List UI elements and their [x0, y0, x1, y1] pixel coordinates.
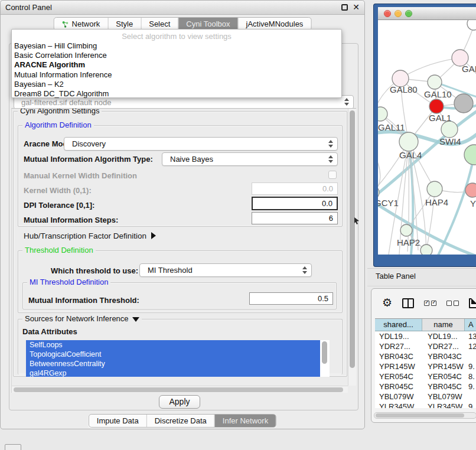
table-panel: ⚙ shared... name A YDL19...YDL19...13 YD…	[371, 288, 476, 423]
tab-select[interactable]: Select	[141, 18, 178, 30]
algorithm-option[interactable]: Bayesian – Hill Climbing	[12, 41, 341, 51]
mi-algorithm-type-combo[interactable]: Naive Bayes	[162, 152, 338, 166]
attribute-list-scrollbar[interactable]	[320, 340, 330, 377]
data-attributes-list: SelfLoops TopologicalCoefficient Between…	[26, 340, 330, 377]
node-label: GAL4	[399, 150, 422, 160]
table-row[interactable]: YBR045CYBR045C9.	[375, 381, 476, 392]
expand-arrow-icon[interactable]	[151, 232, 156, 239]
aracne-mode-value: Discovery	[72, 139, 106, 148]
which-threshold-value: MI Threshold	[148, 266, 193, 275]
combo-arrows-icon	[302, 266, 308, 274]
control-panel-window: Control Panel ✕ Network Style Select Cyn…	[0, 0, 365, 429]
node-GAL4[interactable]	[399, 132, 418, 151]
mi-algorithm-type-value: Naive Bayes	[170, 155, 213, 164]
kernel-width-field[interactable]: 0.0	[252, 182, 338, 195]
table-row[interactable]: YBR043CYBR043C	[375, 351, 476, 361]
apply-button[interactable]: Apply	[159, 395, 200, 409]
node-label: GCY1	[378, 198, 399, 208]
mouse-cursor	[354, 217, 360, 224]
tab-impute-data[interactable]: Impute Data	[89, 415, 146, 427]
algorithm-option[interactable]: Bayesian – K2	[12, 80, 341, 89]
manual-kernel-width-checkbox[interactable]	[328, 171, 337, 179]
zoom-traffic-light-icon[interactable]	[405, 10, 412, 17]
algorithm-option[interactable]: Basic Correlation Inference	[12, 51, 341, 60]
dpi-tolerance-label: DPI Tolerance [0,1]:	[24, 201, 94, 210]
node-HAP2[interactable]	[400, 224, 412, 236]
control-panel-title: Control Panel	[5, 3, 52, 12]
dpi-tolerance-field[interactable]: 0.0	[252, 197, 338, 210]
hub-definition-header[interactable]: Hub/Transcription Factor Definition	[24, 231, 156, 240]
column-header-shared-name[interactable]: shared...	[375, 319, 422, 331]
node-label: GAL10	[424, 89, 452, 99]
table-horizontal-scrollbar[interactable]	[374, 412, 476, 419]
table-row[interactable]: YLR345WYLR345W9.	[375, 402, 476, 408]
mi-steps-field[interactable]: 6	[252, 212, 338, 224]
docked-panel-icon[interactable]	[5, 444, 21, 450]
collapse-arrow-icon[interactable]	[132, 317, 139, 322]
table-row[interactable]: YBL079WYBL079W	[375, 392, 476, 402]
which-threshold-combo[interactable]: MI Threshold	[139, 263, 312, 277]
tab-jactivemnodules[interactable]: jActiveMNodules	[238, 18, 311, 30]
node-label: SWI4	[439, 136, 461, 146]
node-GAL1[interactable]	[429, 99, 444, 113]
table-row[interactable]: YER054CYER054C8.	[375, 371, 476, 381]
algorithm-option-selected[interactable]: ARACNE Algorithm	[12, 60, 341, 70]
mi-algorithm-type-label: Mutual Information Algorithm Type:	[24, 155, 153, 164]
settings-horizontal-scrollbar[interactable]	[12, 386, 348, 393]
sources-title: Sources for Network Inference	[25, 314, 129, 323]
minimize-traffic-light-icon[interactable]	[395, 10, 402, 17]
float-window-icon[interactable]	[341, 4, 348, 11]
algorithm-dropdown: Select algorithm to view settings Bayesi…	[11, 29, 342, 98]
select-all-checks-icon[interactable]	[424, 301, 436, 306]
aracne-mode-combo[interactable]: Discovery	[64, 137, 338, 151]
network-canvas[interactable]: GAL GAL80 GAL10 GAL1 GAL11 SWI4 GAL4 GCY…	[378, 20, 476, 255]
node-green-right[interactable]	[464, 145, 476, 165]
tab-infer-network[interactable]: Infer Network	[214, 415, 276, 427]
node-label: HAP4	[425, 197, 448, 207]
algorithm-option[interactable]: Mutual Information Inference	[12, 70, 341, 80]
combo-arrows-icon	[344, 98, 350, 106]
columns-icon[interactable]	[402, 298, 414, 308]
node-gray-unlabeled[interactable]	[454, 94, 473, 113]
node-GAL10[interactable]	[428, 75, 442, 89]
close-traffic-light-icon[interactable]	[384, 10, 391, 17]
node-label: Y	[470, 198, 476, 208]
mi-threshold-field[interactable]: 0.5	[249, 292, 333, 305]
deselect-all-checks-icon[interactable]	[446, 301, 459, 306]
column-header-name[interactable]: name	[422, 319, 465, 331]
mi-steps-label: Mutual Information Steps:	[24, 216, 118, 224]
node-unlabeled-bottom[interactable]	[420, 244, 432, 255]
data-table-combo-value: gal-filtered.sif default node	[21, 98, 111, 107]
gear-icon[interactable]: ⚙	[382, 297, 392, 309]
mi-threshold-label: Mutual Information Threshold:	[28, 296, 139, 305]
table-panel-title: Table Panel	[376, 272, 416, 281]
node-salmon-right[interactable]	[465, 183, 476, 197]
export-table-icon[interactable]	[469, 298, 476, 308]
which-threshold-label: Which threshold to use:	[51, 266, 138, 275]
table-row[interactable]: YDL19...YDL19...13	[375, 331, 476, 341]
table-row[interactable]: YPR145WYPR145W9.	[375, 361, 476, 371]
close-icon[interactable]: ✕	[353, 4, 360, 11]
attribute-item[interactable]: SelfLoops	[26, 340, 320, 350]
node-label: GAL11	[378, 122, 405, 132]
attribute-item[interactable]: gal4RGexp	[26, 369, 320, 377]
algorithm-option[interactable]: Dream8 DC_TDC Algorithm	[12, 89, 341, 99]
combo-arrows-icon	[328, 140, 334, 148]
column-header-partial[interactable]: A	[465, 319, 476, 331]
node-SWI4[interactable]	[441, 121, 458, 138]
table-row[interactable]: YDR27...YDR27...12	[375, 341, 476, 351]
tab-cyni-toolbox[interactable]: Cyni Toolbox	[178, 18, 237, 30]
settings-vertical-scrollbar[interactable]	[348, 109, 356, 386]
tab-network[interactable]: Network	[54, 18, 108, 30]
tab-label: Style	[116, 19, 133, 28]
node-HAP4[interactable]	[427, 181, 442, 197]
node-GAL11[interactable]	[378, 107, 387, 121]
attribute-item[interactable]: BetweennessCentrality	[26, 359, 320, 369]
node-label: HAP2	[397, 237, 420, 247]
node-label: GAL80	[390, 84, 418, 94]
tab-label: Network	[72, 19, 100, 28]
tab-style[interactable]: Style	[107, 18, 141, 30]
attribute-item[interactable]: TopologicalCoefficient	[26, 350, 320, 359]
tab-discretize-data[interactable]: Discretize Data	[146, 415, 214, 427]
node-unlabeled-top[interactable]	[467, 20, 476, 30]
